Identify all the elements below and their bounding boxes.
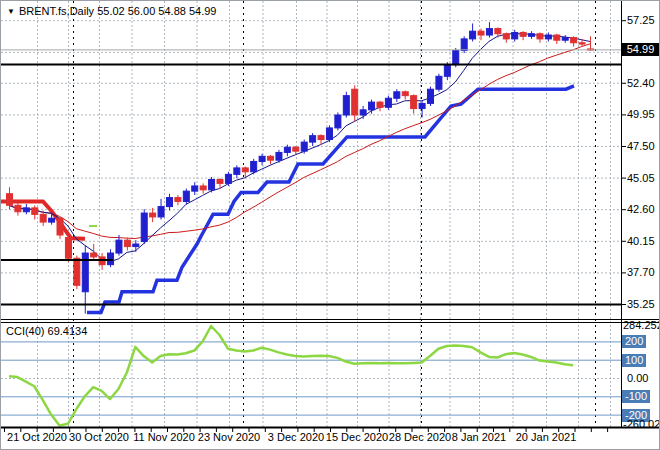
candle-body [183,191,189,201]
candle-body [108,253,114,265]
cci-level-badge: 200 [622,335,646,348]
date-axis-label: 23 Nov 2020 [194,431,264,443]
candle-body [209,180,215,190]
candle-body [571,38,577,43]
candle-body [335,115,341,128]
date-axis-label: 11 Nov 2020 [129,431,199,443]
candle-body [116,240,122,253]
candle-body [512,32,518,38]
candle-body [562,38,568,41]
candle-body [234,168,240,174]
cci-axis[interactable]: 200100-100-200 [621,1,660,427]
candle-body [175,198,181,202]
candle-body [352,89,358,115]
candle-body [141,213,147,241]
candle-body [537,34,543,39]
candle-body [74,258,80,285]
candle-body [166,198,172,207]
candle-body [385,98,391,107]
symbol-label: BRENT.fs,Daily [19,5,94,17]
cci-line [9,326,573,426]
candle-body [377,102,383,107]
candle-body [293,147,299,151]
ma-fast-line [9,33,590,262]
date-axis[interactable]: 21 Oct 202030 Oct 202011 Nov 202023 Nov … [1,427,660,450]
date-axis-label: 20 Jan 2021 [511,431,581,443]
candle-body [495,29,501,34]
candle-body [402,92,408,96]
candle-body [251,161,257,171]
symbol-dropdown-icon[interactable]: ▼ [7,7,15,16]
candle-body [217,180,223,184]
candle-body [520,32,526,36]
candle-body [82,253,88,292]
candle-body [133,244,139,247]
candle-body [32,208,38,214]
candle-body [554,35,560,40]
chart-title-bar: ▼BRENT.fs,Daily 55.02 56.00 54.88 54.99 [7,5,216,17]
candle-body [343,96,349,115]
candle-body [545,35,551,39]
candle-body [478,31,484,35]
candle-body [503,34,509,39]
candle-body [318,136,324,140]
candle-body [57,218,63,235]
date-axis-label: 30 Oct 2020 [64,431,134,443]
candle-body [461,39,467,51]
date-axis-label: 21 Oct 2020 [2,431,72,443]
date-axis-label: 3 Dec 2020 [261,431,331,443]
candle-body [486,29,492,35]
candle-body [301,142,307,151]
cci-zero-label: 0.00 [627,372,648,384]
candle-body [470,31,476,39]
cci-max-label: 284.2522 [623,319,660,331]
candle-body [23,208,29,212]
candle-body [419,103,425,108]
date-axis-label: 15 Dec 2020 [322,431,392,443]
candle-body [369,102,375,110]
candle-body [360,110,366,115]
signal-marker [89,225,97,227]
candle-body [40,214,46,222]
candle-body [192,186,198,191]
candle-body [268,156,274,160]
date-axis-label: 8 Jan 2021 [444,431,514,443]
cci-indicator-label: CCI(40) 69.4134 [6,325,87,337]
chart-canvas[interactable] [1,1,660,450]
candle-body [436,76,442,89]
candle-body [150,213,156,217]
candle-body [124,240,130,246]
candle-body [49,218,55,222]
candle-body [310,136,316,142]
candle-body [91,253,97,257]
trend-step-blue [87,86,574,312]
candle-body [259,156,265,161]
candle-body [200,186,206,190]
candle-body [242,168,248,172]
cci-min-label: -260.028 [623,418,660,430]
candle-body [7,194,13,206]
cci-level-badge: 100 [622,354,646,367]
ohlc-readout: 55.02 56.00 54.88 54.99 [97,5,216,17]
candle-body [453,51,459,65]
candle-body [15,205,21,211]
candle-body [579,43,585,44]
candle-body [444,65,450,77]
candle-body [225,174,231,183]
candle-body [394,92,400,98]
candle-body [428,89,434,103]
candle-body [158,207,164,217]
candle-body [65,238,71,259]
candle-body [284,147,290,152]
candle-body [529,34,535,37]
candle-body [326,128,332,140]
candle-body [276,152,282,160]
candle-body [411,96,417,109]
chart-window: ▼BRENT.fs,Daily 55.02 56.00 54.88 54.99 … [0,0,660,450]
cci-level-badge: -100 [622,390,650,403]
current-price-badge: 54.99 [622,43,659,56]
